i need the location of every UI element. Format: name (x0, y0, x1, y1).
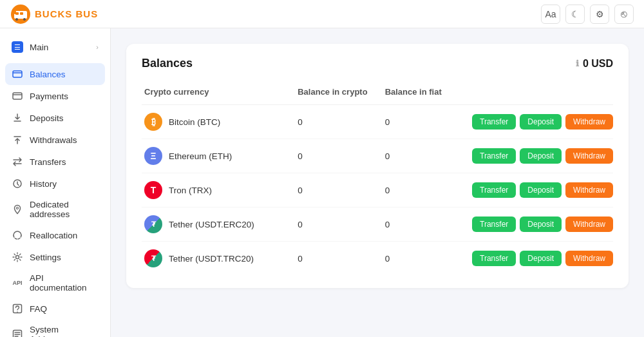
usdt-erc-icon: ₮ (144, 215, 162, 233)
trx-actions: Transfer Deposit Withdraw (472, 173, 613, 207)
trx-balance-fiat: 0 (385, 173, 472, 207)
col-balance-fiat: Balance in fiat (385, 82, 472, 105)
trx-name: Tron (TRX) (169, 186, 212, 195)
svg-point-5 (23, 18, 26, 21)
trx-transfer-button[interactable]: Transfer (472, 182, 516, 198)
sidebar-item-system-addresses[interactable]: System Addresses (5, 320, 105, 337)
settings-button[interactable]: ⚙ (590, 5, 609, 24)
svg-point-4 (15, 18, 18, 21)
btc-name: Bitcoin (BTC) (169, 117, 220, 127)
balance-total-value: 0 USD (583, 58, 613, 70)
usdt-trc-action-buttons: Transfer Deposit Withdraw (472, 251, 613, 266)
usdt-erc-withdraw-button[interactable]: Withdraw (565, 217, 613, 232)
trx-deposit-button[interactable]: Deposit (520, 182, 562, 198)
trx-action-buttons: Transfer Deposit Withdraw (472, 182, 613, 198)
sidebar-settings-label: Settings (30, 253, 61, 262)
table-body: ₿ Bitcoin (BTC) 0 0 Transfer Deposit Wit… (142, 105, 613, 276)
sidebar-reallocation-label: Reallocation (30, 231, 77, 240)
sidebar-payments-label: Payments (30, 91, 68, 101)
col-balance-crypto: Balance in crypto (298, 82, 384, 105)
sidebar-item-transfers[interactable]: Transfers (5, 151, 105, 173)
usdt-erc-deposit-button[interactable]: Deposit (520, 217, 562, 232)
sidebar-item-reallocation[interactable]: Reallocation (5, 224, 105, 246)
btc-transfer-button[interactable]: Transfer (472, 114, 516, 130)
sidebar-item-deposits[interactable]: Deposits (5, 107, 105, 129)
main-icon: ☰ (12, 41, 23, 53)
eth-transfer-button[interactable]: Transfer (472, 148, 516, 164)
sidebar-item-dedicated-addresses[interactable]: Dedicated addresses (5, 195, 105, 224)
usdt-erc-action-buttons: Transfer Deposit Withdraw (472, 217, 613, 232)
payments-icon (12, 90, 23, 102)
sidebar-item-withdrawals[interactable]: Withdrawals (5, 129, 105, 151)
main-label: Main (30, 43, 48, 52)
table-header: Crypto currency Balance in crypto Balanc… (142, 82, 613, 105)
sidebar-api-label: API documentation (30, 273, 99, 293)
card-title: Balances (142, 57, 193, 70)
usdt-trc-deposit-button[interactable]: Deposit (520, 251, 562, 266)
eth-balance-fiat: 0 (385, 139, 472, 173)
api-icon: API (12, 277, 23, 289)
btc-actions: Transfer Deposit Withdraw (472, 105, 613, 139)
dark-mode-button[interactable]: ☾ (565, 5, 585, 24)
transfers-icon (12, 156, 23, 168)
usdt-trc-transfer-button[interactable]: Transfer (472, 251, 516, 266)
table-row: ₮ Tether (USDT.TRC20) 0 0 Transfer Depos… (142, 242, 613, 276)
sidebar-item-history[interactable]: History (5, 173, 105, 195)
table-row: ₿ Bitcoin (BTC) 0 0 Transfer Deposit Wit… (142, 105, 613, 139)
logo-text: BUCKS BUS (35, 8, 98, 19)
usdt-trc-name: Tether (USDT.TRC20) (169, 254, 254, 264)
btc-withdraw-button[interactable]: Withdraw (565, 114, 613, 130)
currency-cell: ₿ Bitcoin (BTC) (142, 105, 298, 139)
settings-nav-icon (12, 251, 23, 263)
usdt-trc-balance-crypto: 0 (298, 242, 384, 276)
usdt-erc-actions: Transfer Deposit Withdraw (472, 207, 613, 242)
sidebar-item-faq[interactable]: FAQ (5, 298, 105, 320)
eth-withdraw-button[interactable]: Withdraw (565, 148, 613, 164)
currency-cell: Ξ Ethereum (ETH) (142, 139, 298, 173)
system-addresses-icon (12, 329, 23, 337)
eth-deposit-button[interactable]: Deposit (520, 148, 562, 164)
usdt-erc-transfer-button[interactable]: Transfer (472, 217, 516, 232)
sidebar-item-main[interactable]: ☰ Main › (5, 36, 105, 58)
balance-total: ℹ 0 USD (576, 58, 613, 70)
translate-button[interactable]: Aa (541, 5, 560, 24)
trx-withdraw-button[interactable]: Withdraw (565, 182, 613, 198)
moon-icon: ☾ (571, 9, 580, 19)
svg-rect-6 (14, 11, 16, 14)
main-content: Balances ℹ 0 USD Crypto currency Balance… (111, 28, 644, 337)
sidebar: ☰ Main › Balances Payments (0, 28, 111, 337)
history-icon (12, 178, 23, 189)
currency-name-cell: ₮ Tether (USDT.TRC20) (144, 249, 298, 267)
usdt-trc-withdraw-button[interactable]: Withdraw (565, 251, 613, 266)
col-currency: Crypto currency (142, 82, 298, 105)
svg-point-10 (17, 207, 19, 209)
btc-balance-fiat: 0 (385, 105, 472, 139)
trx-icon: T (144, 181, 162, 199)
sidebar-item-balances[interactable]: Balances (5, 63, 105, 85)
svg-rect-3 (20, 12, 23, 15)
usdt-erc-name: Tether (USDT.ERC20) (169, 220, 254, 229)
withdrawals-icon (12, 134, 23, 146)
sidebar-transfers-label: Transfers (30, 157, 66, 167)
svg-point-11 (16, 256, 19, 259)
svg-rect-8 (13, 93, 22, 99)
btc-balance-crypto: 0 (298, 105, 384, 139)
eth-icon: Ξ (144, 147, 162, 165)
sidebar-item-settings[interactable]: Settings (5, 246, 105, 268)
sidebar-faq-label: FAQ (30, 304, 47, 314)
sidebar-item-payments[interactable]: Payments (5, 85, 105, 107)
sidebar-system-addr-label: System Addresses (30, 325, 99, 337)
currency-name-cell: ₿ Bitcoin (BTC) (144, 113, 298, 131)
table-row: T Tron (TRX) 0 0 Transfer Deposit Withdr… (142, 173, 613, 207)
usdt-erc-balance-fiat: 0 (385, 207, 472, 242)
sidebar-item-api[interactable]: API API documentation (5, 268, 105, 298)
trx-balance-crypto: 0 (298, 173, 384, 207)
gear-icon: ⚙ (596, 9, 604, 19)
sidebar-balances-label: Balances (30, 70, 66, 79)
svg-rect-7 (13, 71, 22, 77)
currency-name-cell: T Tron (TRX) (144, 181, 298, 199)
btc-deposit-button[interactable]: Deposit (520, 114, 562, 130)
logo: BUCKS BUS (10, 4, 98, 24)
currency-cell: T Tron (TRX) (142, 173, 298, 207)
logout-button[interactable]: ⎋ (614, 5, 634, 24)
